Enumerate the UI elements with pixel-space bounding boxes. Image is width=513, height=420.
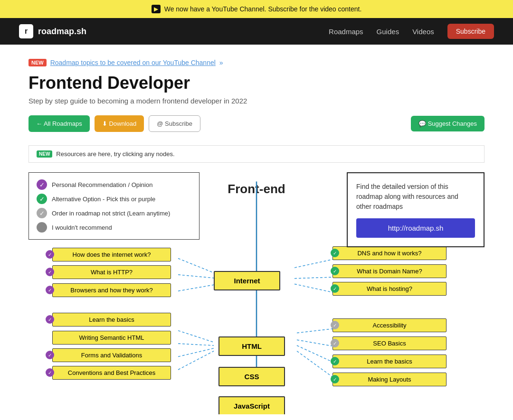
- svg-line-6: [178, 331, 214, 343]
- center-title: Front-end: [228, 182, 285, 196]
- announcement-arrow: »: [219, 59, 223, 66]
- svg-line-3: [294, 259, 337, 268]
- logo[interactable]: r roadmap.sh: [19, 24, 86, 38]
- left-internet-node-1[interactable]: How does the internet work?: [52, 248, 171, 261]
- resources-notice-text: Resources are here, try clicking any nod…: [56, 150, 174, 158]
- nav-videos[interactable]: Videos: [412, 28, 434, 36]
- legend-item-not-recommend: I wouldn't recommend: [37, 222, 191, 233]
- nav-roadmaps[interactable]: Roadmaps: [329, 28, 363, 36]
- new-badge: NEW: [28, 59, 47, 66]
- legend-purple-icon: ✓: [37, 179, 47, 190]
- svg-line-0: [178, 259, 218, 275]
- legend-gray-check-icon: ✓: [37, 208, 47, 218]
- svg-line-9: [178, 351, 214, 370]
- subscribe-outline-button[interactable]: @ Subscribe: [149, 115, 200, 132]
- left-html-node-1[interactable]: Learn the basics: [52, 313, 171, 327]
- css-node[interactable]: CSS: [218, 367, 285, 386]
- info-box-url[interactable]: http://roadmap.sh: [356, 218, 475, 238]
- legend-order-label: Order in roadmap not strict (Learn anyti…: [52, 210, 170, 217]
- announcement-link[interactable]: Roadmap topics to be covered on our YouT…: [50, 59, 216, 66]
- action-buttons: ← All Roadmaps ⬇ Download @ Subscribe 💬 …: [28, 115, 484, 132]
- navbar: r roadmap.sh Roadmaps Guides Videos Subs…: [0, 18, 513, 45]
- left-internet-node-2[interactable]: What is HTTP?: [52, 265, 171, 279]
- resources-notice: NEW Resources are here, try clicking any…: [28, 145, 484, 163]
- svg-line-2: [178, 284, 218, 291]
- legend-alternative-label: Alternative Option - Pick this or purple: [52, 196, 155, 203]
- legend-item-order: ✓ Order in roadmap not strict (Learn any…: [37, 208, 191, 218]
- nav-links: Roadmaps Guides Videos Subscribe: [329, 24, 494, 39]
- nav-guides[interactable]: Guides: [377, 28, 399, 36]
- svg-line-10: [297, 328, 337, 333]
- main-content: NEW Roadmap topics to be covered on our …: [0, 45, 513, 414]
- announcement-row: NEW Roadmap topics to be covered on our …: [28, 59, 484, 66]
- suggest-changes-button[interactable]: 💬 Suggest Changes: [411, 116, 484, 131]
- legend: ✓ Personal Recommendation / Opinion ✓ Al…: [28, 172, 200, 240]
- left-internet-node-3[interactable]: Browsers and how they work?: [52, 283, 171, 297]
- left-html-node-4[interactable]: Conventions and Best Practices: [52, 366, 171, 380]
- right-internet-node-1[interactable]: DNS and how it works?: [332, 246, 446, 260]
- svg-line-7: [178, 344, 214, 345]
- logo-icon: r: [19, 24, 33, 38]
- left-html-node-2[interactable]: Writing Semantic HTML: [52, 331, 171, 345]
- legend-item-alternative: ✓ Alternative Option - Pick this or purp…: [37, 194, 191, 204]
- notice-new-badge: NEW: [37, 150, 52, 158]
- right-html-node-4[interactable]: Making Layouts: [332, 373, 446, 386]
- all-roadmaps-button[interactable]: ← All Roadmaps: [28, 115, 90, 132]
- logo-text: roadmap.sh: [38, 27, 86, 37]
- legend-green-icon: ✓: [37, 194, 47, 204]
- svg-line-1: [178, 275, 218, 279]
- youtube-icon: ▶: [152, 5, 161, 13]
- youtube-banner[interactable]: ▶ We now have a YouTube Channel. Subscri…: [0, 0, 513, 18]
- right-html-node-3[interactable]: Learn the basics: [332, 355, 446, 368]
- legend-personal-label: Personal Recommendation / Opinion: [52, 181, 152, 188]
- html-node[interactable]: HTML: [218, 336, 285, 356]
- right-html-node-1[interactable]: Accessibility: [332, 318, 446, 332]
- svg-line-4: [294, 277, 337, 279]
- svg-line-8: [178, 348, 214, 357]
- action-buttons-left: ← All Roadmaps ⬇ Download @ Subscribe: [28, 115, 200, 132]
- banner-text: We now have a YouTube Channel. Subscribe…: [164, 5, 362, 13]
- right-internet-node-3[interactable]: What is hosting?: [332, 282, 446, 296]
- js-node[interactable]: JavaScript: [218, 396, 285, 414]
- nav-subscribe-button[interactable]: Subscribe: [447, 24, 494, 39]
- info-box-text: Find the detailed version of this roadma…: [356, 182, 475, 212]
- page-title: Frontend Developer: [28, 73, 484, 93]
- left-html-node-3[interactable]: Forms and Validations: [52, 348, 171, 362]
- legend-item-personal: ✓ Personal Recommendation / Opinion: [37, 179, 191, 190]
- info-box: Find the detailed version of this roadma…: [347, 172, 484, 247]
- right-internet-node-2[interactable]: What is Domain Name?: [332, 264, 446, 278]
- internet-node[interactable]: Internet: [214, 271, 280, 290]
- right-html-node-2[interactable]: SEO Basics: [332, 336, 446, 350]
- legend-gray-icon: [37, 222, 47, 233]
- download-button[interactable]: ⬇ Download: [95, 115, 144, 132]
- roadmap-area: ✓ Personal Recommendation / Opinion ✓ Al…: [28, 163, 484, 414]
- page-subtitle: Step by step guide to becoming a modern …: [28, 97, 484, 105]
- legend-not-recommend-label: I wouldn't recommend: [52, 224, 112, 231]
